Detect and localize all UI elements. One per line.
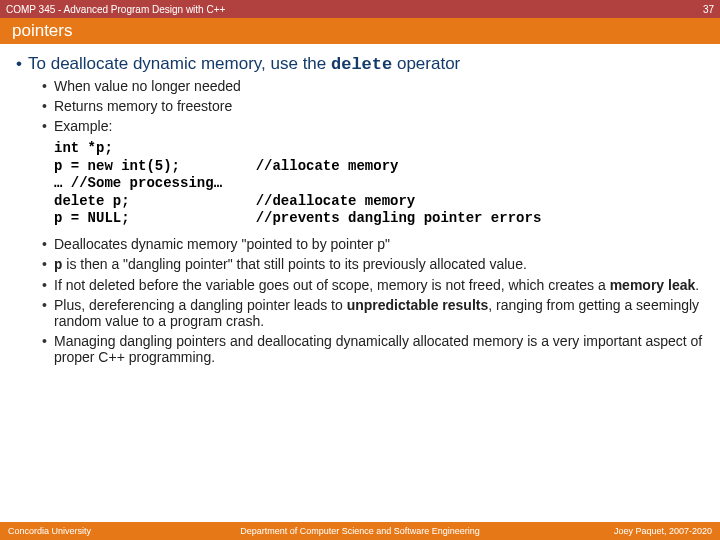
text: Returns memory to freestore xyxy=(54,98,704,114)
bullet-icon: • xyxy=(42,118,54,134)
keyword: delete xyxy=(331,55,392,74)
slide: COMP 345 - Advanced Program Design with … xyxy=(0,0,720,540)
bullet-icon: • xyxy=(42,297,54,329)
bullet-icon: • xyxy=(42,98,54,114)
text: To deallocate dynamic memory, use the xyxy=(28,54,331,73)
slide-title: pointers xyxy=(12,21,72,41)
bullet-icon: • xyxy=(42,78,54,94)
subbullet: • Deallocates dynamic memory "pointed to… xyxy=(42,236,704,252)
text: Plus, dereferencing a dangling pointer l… xyxy=(54,297,704,329)
bullet-icon: • xyxy=(42,277,54,293)
bullet-icon: • xyxy=(42,333,54,365)
code-block: int *p; p = new int(5); //allocate memor… xyxy=(54,140,704,228)
subbullet: • Returns memory to freestore xyxy=(42,98,704,114)
bullet-1: • To deallocate dynamic memory, use the … xyxy=(16,54,704,74)
text: Example: xyxy=(54,118,704,134)
text: If not deleted before the variable goes … xyxy=(54,277,704,293)
subbullet: • When value no longer needed xyxy=(42,78,704,94)
text: operator xyxy=(397,54,460,73)
page-number: 37 xyxy=(703,4,714,15)
subbullet: • If not deleted before the variable goe… xyxy=(42,277,704,293)
bullet-1-text: To deallocate dynamic memory, use the de… xyxy=(28,54,704,74)
emphasis: memory leak xyxy=(610,277,696,293)
bullet-icon: • xyxy=(42,236,54,252)
keyword: p xyxy=(54,257,62,273)
subbullet: • Example: xyxy=(42,118,704,134)
emphasis: unpredictable results xyxy=(347,297,489,313)
text: Deallocates dynamic memory "pointed to b… xyxy=(54,236,704,252)
subbullet: • Plus, dereferencing a dangling pointer… xyxy=(42,297,704,329)
text: When value no longer needed xyxy=(54,78,704,94)
footer-center: Department of Computer Science and Softw… xyxy=(0,526,720,536)
bullet-icon: • xyxy=(42,256,54,273)
text: . xyxy=(695,277,699,293)
course-bar: COMP 345 - Advanced Program Design with … xyxy=(0,0,720,18)
text: p is then a "dangling pointer" that stil… xyxy=(54,256,704,273)
text: Managing dangling pointers and deallocat… xyxy=(54,333,704,365)
subbullet: • Managing dangling pointers and dealloc… xyxy=(42,333,704,365)
bullet-icon: • xyxy=(16,54,28,74)
course-title: COMP 345 - Advanced Program Design with … xyxy=(6,4,225,15)
subbullet: • p is then a "dangling pointer" that st… xyxy=(42,256,704,273)
title-bar: pointers xyxy=(0,18,720,44)
slide-body: • To deallocate dynamic memory, use the … xyxy=(0,44,720,540)
footer-bar: Concordia University Department of Compu… xyxy=(0,522,720,540)
text: is then a "dangling pointer" that still … xyxy=(66,256,527,272)
text: Plus, dereferencing a dangling pointer l… xyxy=(54,297,347,313)
text: If not deleted before the variable goes … xyxy=(54,277,610,293)
